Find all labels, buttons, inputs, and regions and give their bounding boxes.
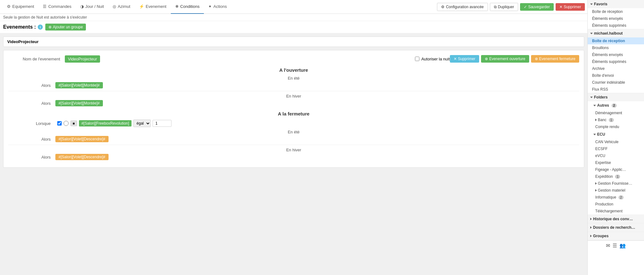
sidebar-item-compte-rendu[interactable]: Compte rendu [591,123,644,130]
condition-type-btn[interactable]: ■ [70,121,77,126]
supprimer-nav-btn[interactable]: ✕ Supprimer [556,3,585,11]
sidebar-item-courrier-indesirable[interactable]: Courrier indésirable [588,79,644,86]
condition-input[interactable]: #[Salon][FreeboxRevolution] [79,120,132,126]
nav-evenement[interactable]: ⚡ Evenement [135,0,171,14]
dossiers-header[interactable]: Dossiers de recherch… [588,223,644,232]
dupliquer-btn[interactable]: ⧉ Dupliquer [490,3,518,11]
sidebar-item-archive[interactable]: Archive [588,65,644,72]
tag-winter-close[interactable]: #[Salon][Volet][Descendre]# [55,154,109,160]
commandes-icon: ☰ [43,4,47,9]
historique-header[interactable]: Historique des conv… [588,215,644,223]
sidebar-item-gestion-fournisseurs[interactable]: Gestion Fournisse… [591,180,644,187]
lorsque-checkbox[interactable] [57,121,62,126]
sidebar-item-elements-supprimes[interactable]: Éléments supprimés [588,58,644,65]
tag-summer-open[interactable]: #[Salon][Volet][Montée]# [55,82,103,88]
gestion-fournisseurs-icon [595,182,597,185]
autres-header[interactable]: Autres 2 [591,101,644,109]
evenement-fermeture-btn[interactable]: ⊕ Evenement fermeture [531,55,579,63]
sidebar-item-elements-envoyes[interactable]: Éléments envoyés [588,51,644,58]
nav-actions[interactable]: ✦ Actions [204,0,231,14]
event-name-label: Nom de l'evenement [8,57,65,61]
sidebar-section-groupes: Groupes [588,232,644,240]
groupes-expand-icon [590,235,592,237]
nav-right-buttons: ⚙ Configuration avancée ⧉ Dupliquer ✓ Sa… [437,3,585,11]
condition-operator-select[interactable]: égal [133,120,151,127]
ouverture-title: A l'ouverture [8,67,579,73]
fermeture-icon: ⊕ [535,57,538,61]
autres-count: 2 [612,104,617,108]
sidebar-item-production[interactable]: Production [591,201,644,208]
sidebar-item-banc[interactable]: Banc 1 [591,116,644,123]
lorsque-row: Lorsque ■ #[Salon][FreeboxRevolution] ég… [8,120,579,127]
event-action-buttons: ✕ Supprimer ⊕ Evenement ouverture ⊕ Even… [450,55,579,63]
alors-winter-open-row: Alors #[Salon][Volet][Montée]# [8,100,579,106]
config-avancee-btn[interactable]: ⚙ Configuration avancée [437,3,488,11]
sidebar-section-user: michael.halbout Boîte de réception Broui… [588,29,644,93]
folders-expand-icon [590,97,593,98]
ecu-label: ECU [597,132,605,137]
add-group-btn[interactable]: ⊕ Ajouter un groupe [45,24,86,31]
alors-winter-close-label: Alors [8,155,55,160]
sidebar-item-gestion-materiel[interactable]: Gestion materiel [591,187,644,194]
nav-equipement[interactable]: ⚙ Equipement [3,0,38,14]
banc-expand-icon [595,119,597,121]
checkbox-label: Autoriser la nuit [421,57,450,61]
info-icon[interactable]: i [38,25,43,30]
dossiers-label: Dossiers de recherch… [593,225,635,230]
sidebar-item-informatique[interactable]: Informatique 2 [591,194,644,201]
right-sidebar: Favoris Boîte de réception Éléments envo… [587,0,644,275]
evenement-ouverture-btn[interactable]: ⊕ Evenement ouverture [481,55,529,63]
alors-winter-open-label: Alors [8,101,55,106]
nav-conditions[interactable]: ❄ Conditions [171,0,204,14]
sidebar-item-boite-reception[interactable]: Boîte de réception [588,37,644,44]
winter-label: En hiver [8,94,579,98]
sidebar-item-expertise[interactable]: Expertise [591,159,644,166]
save-icon: ✓ [524,5,527,9]
user-label: michael.halbout [594,31,623,36]
winter-close-label: En hiver [8,148,579,152]
sidebar-item-elements-envoyes-fav[interactable]: Éléments envoyés [588,15,644,22]
favoris-header[interactable]: Favoris [588,0,644,8]
sidebar-item-expedition[interactable]: Expédition 1 [591,173,644,180]
sidebar-item-boite-reception-fav[interactable]: Boîte de réception [588,8,644,15]
condition-value-input[interactable] [153,120,171,127]
tag-winter-open[interactable]: #[Salon][Volet][Montée]# [55,100,103,106]
folders-header[interactable]: Folders [588,93,644,101]
sidebar-item-brouillons[interactable]: Brouillons [588,44,644,51]
autres-expand-icon [593,105,596,106]
sidebar-bottom: ✉ ☰ 👥 [588,240,644,250]
ecu-header[interactable]: ECU [591,130,644,138]
mail-icon[interactable]: ✉ [606,243,610,249]
sidebar-item-flux-rss[interactable]: Flux RSS [588,86,644,93]
nav-commandes[interactable]: ☰ Commandes [38,0,76,14]
actions-icon: ✦ [208,4,212,9]
sidebar-item-elements-supprimes-fav[interactable]: Éléments supprimés [588,22,644,29]
tag-summer-close[interactable]: #[Salon][Volet][Descendre]# [55,136,109,142]
nav-jour-nuit[interactable]: ◑ Jour / Nuit [76,0,108,14]
sidebar-item-boite-envoi[interactable]: Boîte d'envoi [588,72,644,79]
ecu-subsection: ECU CAN Vehicule ECSFF eVCU Expertise Fi… [588,130,644,215]
people-icon[interactable]: 👥 [619,243,626,249]
sidebar-item-telechargement[interactable]: Téléchargement [591,208,644,215]
historique-expand-icon [590,218,592,220]
sidebar-item-figeage[interactable]: Figeage - Applic… [591,166,644,173]
sauvegarder-btn[interactable]: ✓ Sauvegarder [520,3,554,11]
alors-summer-close-row: Alors #[Salon][Volet][Descendre]# [8,136,579,142]
alors-summer-open-row: Alors #[Salon][Volet][Montée]# [8,82,579,88]
sidebar-item-ecsff[interactable]: ECSFF [591,145,644,152]
event-name-badge[interactable]: VideoProjecteur [65,55,100,63]
lorsque-label: Lorsque [8,121,55,126]
lorsque-radio[interactable] [64,121,69,126]
nav-azimut[interactable]: ◎ Azimut [108,0,135,14]
events-title: Evenements : [3,24,36,30]
groupes-header[interactable]: Groupes [588,232,644,240]
sidebar-item-can-vehicule[interactable]: CAN Vehicule [591,138,644,145]
sidebar-item-evcu[interactable]: eVCU [591,152,644,159]
autoriser-nuit-checkbox[interactable] [415,57,419,61]
section-header[interactable]: VideoProjecteur [3,36,584,47]
user-header[interactable]: michael.halbout [588,29,644,37]
sidebar-item-demenagement[interactable]: Déménagement [591,109,644,116]
list-icon[interactable]: ☰ [613,243,617,249]
supprimer-event-btn[interactable]: ✕ Supprimer [450,55,479,63]
dossiers-expand-icon [590,226,592,229]
